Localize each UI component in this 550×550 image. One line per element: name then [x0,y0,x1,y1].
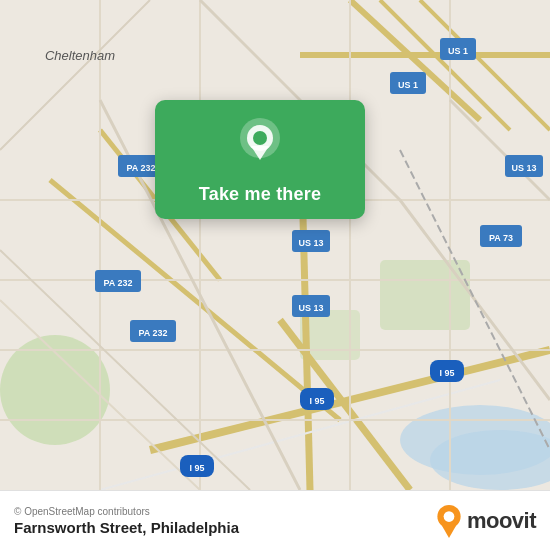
svg-text:PA 73: PA 73 [489,233,513,243]
svg-rect-4 [380,260,470,330]
moovit-text: moovit [467,508,536,534]
svg-point-59 [253,131,267,145]
bottom-left-info: © OpenStreetMap contributors Farnsworth … [14,506,239,536]
svg-text:US 1: US 1 [398,80,418,90]
svg-text:PA 232: PA 232 [126,163,155,173]
moovit-pin-icon [435,504,463,538]
moovit-logo: moovit [435,504,536,538]
svg-text:PA 232: PA 232 [138,328,167,338]
svg-text:US 13: US 13 [298,303,323,313]
svg-text:US 13: US 13 [511,163,536,173]
map-svg: US 1 US 1 PA 232 PA 232 PA 232 US 13 US … [0,0,550,490]
svg-text:US 13: US 13 [298,238,323,248]
take-me-there-button[interactable]: Take me there [199,184,321,205]
location-name: Farnsworth Street, Philadelphia [14,519,239,536]
svg-point-62 [444,511,455,522]
svg-marker-63 [442,525,456,538]
svg-text:I 95: I 95 [189,463,204,473]
svg-text:US 1: US 1 [448,46,468,56]
map-container: US 1 US 1 PA 232 PA 232 PA 232 US 13 US … [0,0,550,490]
svg-text:Cheltenham: Cheltenham [45,48,115,63]
bottom-bar: © OpenStreetMap contributors Farnsworth … [0,490,550,550]
location-pin-icon [237,118,283,174]
svg-text:I 95: I 95 [309,396,324,406]
location-card: Take me there [155,100,365,219]
svg-text:I 95: I 95 [439,368,454,378]
svg-text:PA 232: PA 232 [103,278,132,288]
osm-credit: © OpenStreetMap contributors [14,506,239,517]
